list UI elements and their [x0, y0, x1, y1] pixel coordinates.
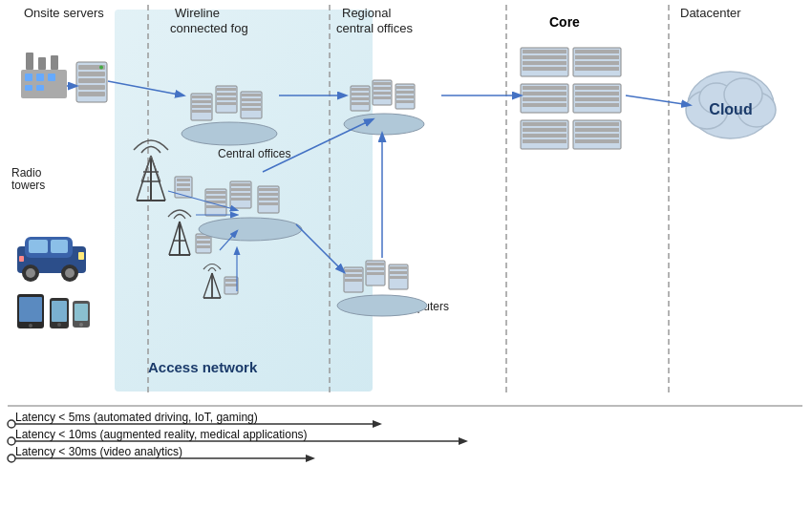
svg-text:towers: towers	[11, 179, 45, 192]
onsite-server	[76, 62, 107, 102]
svg-rect-12	[38, 57, 46, 70]
svg-rect-115	[192, 95, 211, 98]
svg-rect-139	[374, 96, 391, 99]
svg-rect-85	[523, 55, 566, 59]
svg-rect-66	[78, 252, 84, 260]
svg-line-179	[626, 95, 690, 105]
tower-node-3	[224, 277, 238, 294]
svg-rect-18	[25, 85, 32, 91]
svg-rect-161	[259, 202, 278, 205]
svg-rect-75	[75, 304, 88, 321]
svg-rect-156	[231, 198, 250, 201]
svg-rect-160	[259, 198, 278, 201]
svg-point-197	[8, 455, 15, 462]
svg-point-129	[344, 114, 424, 135]
factory-icon	[21, 53, 67, 98]
svg-rect-105	[523, 128, 566, 132]
svg-rect-158	[259, 188, 278, 191]
svg-point-163	[337, 295, 427, 316]
svg-rect-49	[197, 241, 210, 243]
svg-text:Core: Core	[549, 14, 580, 30]
central-offices-cluster	[199, 181, 302, 241]
phone-2	[73, 301, 90, 328]
svg-rect-104	[523, 122, 566, 126]
phone-1	[50, 298, 69, 328]
svg-marker-199	[306, 455, 315, 462]
svg-rect-22	[78, 72, 105, 76]
svg-rect-72	[52, 301, 67, 322]
svg-rect-137	[374, 87, 391, 90]
core-rack-4	[573, 84, 621, 113]
svg-rect-173	[390, 266, 407, 269]
svg-rect-87	[523, 67, 566, 71]
svg-rect-128	[242, 108, 261, 111]
svg-rect-159	[259, 193, 278, 196]
network-diagram: Onsite servers Wireline connected fog Re…	[0, 0, 812, 508]
svg-rect-170	[367, 267, 384, 270]
svg-text:Access network: Access network	[148, 359, 258, 375]
svg-rect-144	[396, 100, 414, 103]
svg-rect-102	[575, 103, 619, 107]
svg-rect-136	[374, 82, 391, 85]
svg-rect-40	[177, 183, 190, 186]
car-icon	[17, 237, 86, 282]
svg-rect-97	[523, 103, 566, 107]
core-rack-2	[573, 48, 621, 76]
svg-rect-109	[575, 122, 619, 126]
tower-node-2	[196, 234, 211, 253]
svg-rect-169	[367, 263, 384, 265]
svg-rect-92	[575, 67, 619, 71]
svg-rect-67	[19, 256, 24, 262]
tablet-device	[17, 294, 44, 328]
svg-text:Radio: Radio	[11, 166, 42, 180]
svg-rect-112	[575, 139, 619, 143]
svg-line-36	[141, 156, 151, 181]
svg-text:Onsite servers: Onsite servers	[24, 6, 104, 20]
svg-marker-195	[459, 437, 468, 445]
svg-rect-41	[177, 188, 190, 191]
svg-rect-174	[390, 271, 407, 274]
fog-computers-cluster	[337, 261, 427, 316]
core-rack-5	[521, 120, 568, 149]
svg-rect-15	[25, 74, 32, 81]
svg-point-146	[199, 218, 302, 241]
svg-rect-126	[242, 98, 261, 101]
svg-rect-56	[225, 279, 237, 282]
svg-rect-17	[48, 74, 55, 81]
svg-rect-94	[523, 86, 566, 90]
wireline-fog-cluster	[182, 86, 277, 145]
core-rack-1	[521, 48, 568, 76]
svg-point-73	[57, 323, 61, 327]
core-rack-3	[521, 84, 568, 113]
svg-point-76	[79, 323, 83, 327]
radio-tower-3	[203, 265, 221, 299]
svg-point-26	[99, 66, 103, 70]
svg-rect-165	[345, 269, 362, 272]
svg-line-45	[169, 222, 180, 255]
svg-rect-125	[242, 94, 261, 96]
svg-point-63	[26, 268, 35, 278]
svg-line-176	[108, 81, 183, 95]
svg-text:Latency < 5ms (automated drivi: Latency < 5ms (automated driving, IoT, g…	[15, 411, 258, 424]
svg-rect-121	[217, 93, 236, 95]
svg-text:Datacenter: Datacenter	[680, 6, 741, 20]
svg-rect-138	[374, 92, 391, 95]
svg-rect-117	[192, 105, 211, 108]
regional-offices-cluster	[344, 80, 424, 135]
svg-rect-110	[575, 128, 619, 132]
svg-text:Wireline: Wireline	[175, 6, 220, 20]
svg-rect-60	[29, 240, 48, 253]
svg-line-184	[296, 224, 344, 272]
svg-line-53	[203, 273, 212, 298]
svg-rect-19	[36, 85, 44, 91]
svg-rect-16	[36, 74, 44, 81]
svg-rect-61	[51, 240, 68, 253]
svg-rect-132	[352, 93, 369, 95]
svg-rect-116	[192, 100, 211, 103]
radio-tower-main	[134, 140, 168, 201]
svg-line-37	[151, 156, 160, 181]
svg-rect-96	[523, 97, 566, 101]
svg-rect-13	[51, 55, 58, 70]
svg-point-113	[182, 122, 277, 145]
svg-rect-50	[197, 245, 210, 248]
